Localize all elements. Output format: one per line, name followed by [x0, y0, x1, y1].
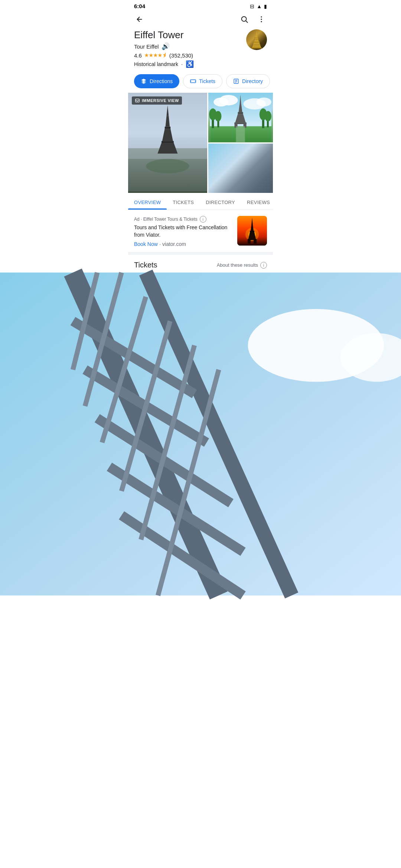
svg-rect-73 — [250, 231, 254, 232]
photos-grid[interactable]: IMMERSIVE VIEW — [128, 93, 273, 193]
svg-rect-77 — [254, 240, 257, 244]
tab-tickets[interactable]: TICKETS — [167, 194, 200, 210]
tab-overview[interactable]: OVERVIEW — [128, 194, 167, 210]
svg-rect-75 — [248, 239, 257, 240]
photo-side — [208, 93, 273, 193]
tab-directory[interactable]: DIRECTORY — [200, 194, 241, 210]
tab-reviews[interactable]: REVIEWS — [241, 194, 273, 210]
photo-side-bottom[interactable] — [208, 144, 273, 193]
svg-rect-76 — [248, 240, 251, 244]
ad-image[interactable] — [237, 216, 267, 246]
tab-bar: OVERVIEW TICKETS DIRECTORY REVIEWS PHOTO… — [128, 194, 273, 210]
